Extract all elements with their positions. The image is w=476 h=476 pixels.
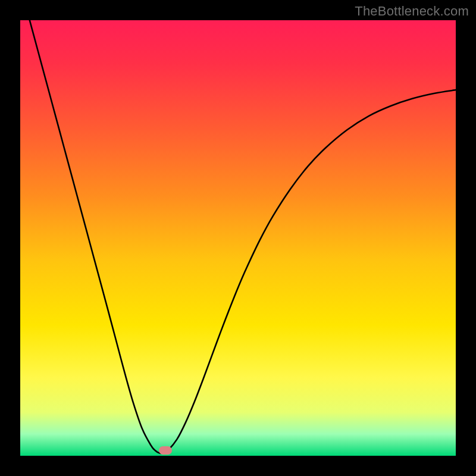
curve-layer: [20, 20, 456, 456]
optimum-marker: [159, 446, 172, 455]
watermark-text: TheBottleneck.com: [355, 4, 469, 19]
plot-area: [20, 20, 456, 456]
bottleneck-curve: [20, 20, 456, 453]
chart-frame: TheBottleneck.com: [0, 0, 476, 476]
